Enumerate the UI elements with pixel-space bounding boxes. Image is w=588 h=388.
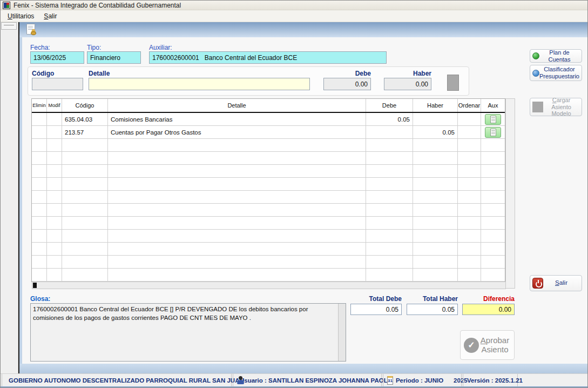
column-header-código[interactable]: Código xyxy=(62,99,108,112)
cell-modif[interactable] xyxy=(47,152,62,164)
table-row[interactable] xyxy=(32,256,505,269)
cell-elimin[interactable] xyxy=(32,230,47,242)
cell-debe[interactable]: 0.05 xyxy=(366,113,413,125)
cell-elimin[interactable] xyxy=(32,165,47,177)
cell-debe[interactable] xyxy=(366,126,413,138)
cell-haber[interactable] xyxy=(413,256,458,268)
cell-codigo[interactable]: 213.57 xyxy=(62,126,108,138)
column-header-ordenar[interactable]: Ordenar xyxy=(458,99,481,112)
cell-ordenar[interactable] xyxy=(458,256,481,268)
cell-ordenar[interactable] xyxy=(458,178,481,190)
cell-elimin[interactable] xyxy=(32,126,47,138)
table-row[interactable] xyxy=(32,269,505,282)
auxiliar-field[interactable]: 1760002600001 Banco Central del Ecuador … xyxy=(149,51,387,64)
cell-haber[interactable] xyxy=(413,165,458,177)
clasificador-presupuestario-button[interactable]: ClasificadorPresupuestario xyxy=(530,65,582,81)
cell-codigo[interactable] xyxy=(62,230,108,242)
cell-ordenar[interactable] xyxy=(458,191,481,203)
cell-detalle[interactable]: Comisiones Bancarias xyxy=(108,113,366,125)
add-entry-button[interactable] xyxy=(447,75,459,91)
tipo-field[interactable]: Financiero xyxy=(87,51,141,64)
cell-ordenar[interactable] xyxy=(458,139,481,151)
cell-detalle[interactable] xyxy=(108,165,366,177)
cell-detalle[interactable] xyxy=(108,230,366,242)
cell-codigo[interactable] xyxy=(62,217,108,229)
cell-debe[interactable] xyxy=(366,152,413,164)
salir-button[interactable]: Salir xyxy=(530,275,582,291)
cell-codigo[interactable] xyxy=(62,165,108,177)
aprobar-asiento-button[interactable]: ✓ AprobarAsiento xyxy=(460,330,515,360)
plan-de-cuentas-button[interactable]: Plan de Cuentas xyxy=(530,49,582,63)
detalle-input[interactable] xyxy=(89,78,310,90)
cell-modif[interactable] xyxy=(47,126,62,138)
cell-elimin[interactable] xyxy=(32,191,47,203)
cell-ordenar[interactable] xyxy=(458,113,481,125)
table-row[interactable] xyxy=(32,204,505,217)
cell-haber[interactable] xyxy=(413,139,458,151)
document-coins-icon[interactable] xyxy=(26,24,35,35)
cell-debe[interactable] xyxy=(366,191,413,203)
cell-elimin[interactable] xyxy=(32,256,47,268)
table-row[interactable] xyxy=(32,152,505,165)
cell-elimin[interactable] xyxy=(32,178,47,190)
cell-ordenar[interactable] xyxy=(458,217,481,229)
cell-ordenar[interactable] xyxy=(458,269,481,281)
cell-haber[interactable] xyxy=(413,217,458,229)
cell-debe[interactable] xyxy=(366,217,413,229)
cell-codigo[interactable] xyxy=(62,178,108,190)
cell-detalle[interactable] xyxy=(108,269,366,281)
cell-haber[interactable] xyxy=(413,269,458,281)
column-header-elimin[interactable]: Elimin xyxy=(32,99,47,112)
cell-modif[interactable] xyxy=(47,165,62,177)
cell-debe[interactable] xyxy=(366,256,413,268)
cell-ordenar[interactable] xyxy=(458,243,481,255)
cell-modif[interactable] xyxy=(47,178,62,190)
cell-elimin[interactable] xyxy=(32,204,47,216)
glosa-textarea[interactable]: 1760002600001 Banco Central del Ecuador … xyxy=(30,303,346,362)
haber-input[interactable]: 0.00 xyxy=(384,78,431,90)
vertical-scrollbar[interactable] xyxy=(505,98,515,289)
cell-detalle[interactable] xyxy=(108,191,366,203)
cell-elimin[interactable] xyxy=(32,217,47,229)
table-row[interactable] xyxy=(32,243,505,256)
cell-haber[interactable] xyxy=(413,243,458,255)
cell-codigo[interactable] xyxy=(62,269,108,281)
cell-debe[interactable] xyxy=(366,178,413,190)
menu-utilitarios[interactable]: Utilitarios xyxy=(3,11,39,22)
cell-haber[interactable] xyxy=(413,178,458,190)
cell-haber[interactable] xyxy=(413,230,458,242)
table-row[interactable] xyxy=(32,139,505,152)
cell-haber[interactable]: 0.05 xyxy=(413,126,458,138)
column-header-detalle[interactable]: Detalle xyxy=(108,99,366,112)
cell-debe[interactable] xyxy=(366,243,413,255)
table-row[interactable]: 635.04.03Comisiones Bancarias0.05 xyxy=(32,113,505,126)
cell-detalle[interactable]: Cuentas por Pagar Otros Gastos xyxy=(108,126,366,138)
cell-codigo[interactable] xyxy=(62,204,108,216)
cell-codigo[interactable]: 635.04.03 xyxy=(62,113,108,125)
cell-modif[interactable] xyxy=(47,230,62,242)
cell-ordenar[interactable] xyxy=(458,152,481,164)
cell-detalle[interactable] xyxy=(108,204,366,216)
cell-detalle[interactable] xyxy=(108,243,366,255)
cell-modif[interactable] xyxy=(47,269,62,281)
table-row[interactable] xyxy=(32,230,505,243)
cell-elimin[interactable] xyxy=(32,243,47,255)
cell-codigo[interactable] xyxy=(62,256,108,268)
cell-debe[interactable] xyxy=(366,269,413,281)
cell-detalle[interactable] xyxy=(108,217,366,229)
debe-input[interactable]: 0.00 xyxy=(323,78,371,90)
cargar-asiento-modelo-button[interactable]: Cargar AsientoModelo xyxy=(530,98,582,116)
cell-elimin[interactable] xyxy=(32,269,47,281)
aux-button[interactable] xyxy=(485,127,501,138)
cell-debe[interactable] xyxy=(366,204,413,216)
cell-codigo[interactable] xyxy=(62,191,108,203)
splitter-grip[interactable] xyxy=(1,22,17,30)
table-row[interactable] xyxy=(32,217,505,230)
column-header-debe[interactable]: Debe xyxy=(366,99,413,112)
cell-haber[interactable] xyxy=(413,152,458,164)
fecha-field[interactable]: 13/06/2025 xyxy=(30,51,84,64)
cell-detalle[interactable] xyxy=(108,152,366,164)
table-row[interactable] xyxy=(32,165,505,178)
cell-modif[interactable] xyxy=(47,243,62,255)
cell-codigo[interactable] xyxy=(62,243,108,255)
